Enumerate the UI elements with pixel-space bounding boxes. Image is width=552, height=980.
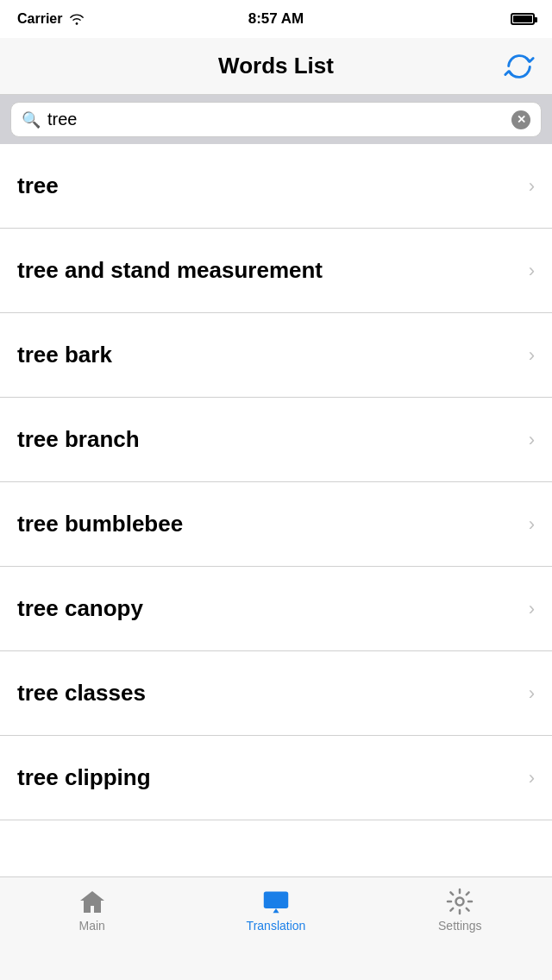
- svg-point-4: [456, 898, 464, 906]
- list-item[interactable]: tree bark ›: [0, 313, 552, 398]
- chevron-icon: ›: [529, 175, 535, 198]
- list-item[interactable]: tree branch ›: [0, 398, 552, 482]
- tab-main-label: Main: [78, 919, 104, 933]
- status-bar: Carrier 8:57 AM: [0, 0, 552, 38]
- list-item-text: tree classes: [17, 680, 146, 707]
- list-item-text: tree canopy: [17, 595, 143, 622]
- svg-rect-3: [267, 903, 276, 905]
- list-item-text: tree bark: [17, 342, 112, 368]
- carrier-wifi: Carrier: [17, 11, 85, 27]
- search-input[interactable]: [47, 110, 505, 129]
- clear-button[interactable]: ✕: [511, 110, 530, 129]
- chevron-icon: ›: [529, 767, 535, 789]
- chevron-icon: ›: [529, 429, 535, 451]
- list-item-text: tree clipping: [17, 764, 151, 791]
- clear-icon: ✕: [517, 113, 526, 126]
- battery-icon: [511, 13, 535, 25]
- list-item-text: tree: [17, 173, 59, 199]
- page-title: Words List: [218, 53, 334, 79]
- svg-rect-2: [267, 899, 279, 901]
- list-item[interactable]: tree canopy ›: [0, 567, 552, 651]
- chevron-icon: ›: [529, 344, 535, 367]
- list-item[interactable]: tree classes ›: [0, 651, 552, 736]
- status-time: 8:57 AM: [248, 10, 304, 28]
- chevron-icon: ›: [529, 260, 535, 282]
- list-item[interactable]: tree and stand measurement ›: [0, 229, 552, 313]
- tab-main[interactable]: Main: [0, 888, 184, 933]
- wifi-icon: [69, 13, 85, 25]
- tab-translation[interactable]: Translation: [184, 888, 367, 933]
- tab-settings[interactable]: Settings: [368, 888, 552, 933]
- tab-translation-label: Translation: [247, 919, 306, 933]
- list-item-text: tree and stand measurement: [17, 257, 323, 284]
- list-item-text: tree bumblebee: [17, 511, 183, 537]
- words-list: tree › tree and stand measurement › tree…: [0, 144, 552, 820]
- chevron-icon: ›: [529, 513, 535, 536]
- home-icon: [78, 888, 106, 915]
- chevron-icon: ›: [529, 598, 535, 620]
- search-icon: 🔍: [22, 110, 41, 129]
- svg-rect-1: [267, 895, 282, 897]
- refresh-button[interactable]: [500, 47, 538, 85]
- list-item[interactable]: tree clipping ›: [0, 736, 552, 820]
- search-bar-container: 🔍 ✕: [0, 95, 552, 144]
- search-bar: 🔍 ✕: [10, 102, 542, 137]
- translation-icon: [262, 888, 290, 915]
- tab-settings-label: Settings: [438, 919, 482, 933]
- battery-container: [511, 13, 535, 25]
- refresh-icon: [503, 50, 536, 83]
- chevron-icon: ›: [529, 682, 535, 705]
- settings-icon: [446, 888, 474, 915]
- carrier-label: Carrier: [17, 11, 62, 27]
- tab-bar: Main Translation Settings: [0, 876, 552, 980]
- list-item[interactable]: tree ›: [0, 144, 552, 229]
- list-item-text: tree branch: [17, 426, 140, 453]
- header: Words List: [0, 38, 552, 95]
- list-item[interactable]: tree bumblebee ›: [0, 482, 552, 567]
